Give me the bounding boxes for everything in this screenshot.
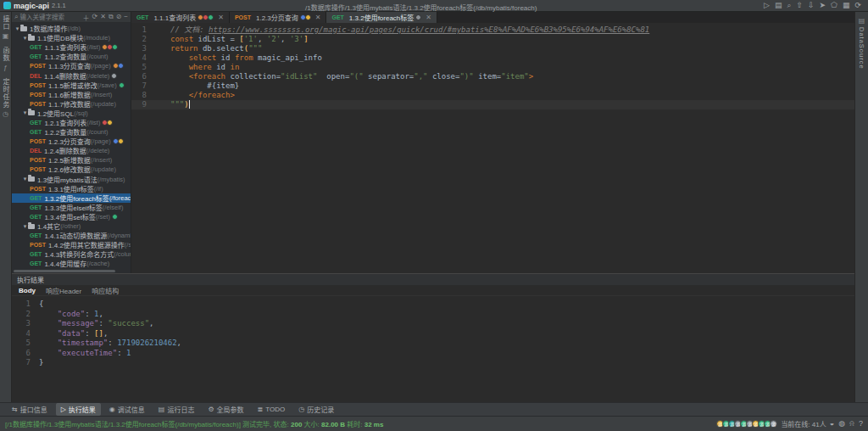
tree-api-row[interactable]: GET1.2.2查询数量(/count) <box>12 127 131 137</box>
status-bar: [/1数据库操作/1.3使用mybatis语法/1.3.2使用foreach标签… <box>0 416 868 431</box>
chevron-down-icon[interactable]: ▾ <box>22 176 28 182</box>
tree-api-row[interactable]: POST1.1.3分页查询(/page) <box>12 61 131 70</box>
result-tab-响应结构[interactable]: 响应结构 <box>92 286 119 295</box>
tree-api-row[interactable]: GET1.4.4使用缓存(/cache) <box>12 259 131 268</box>
tree-item-path: (/foreach) <box>109 194 131 202</box>
tree-item-path: (/save) <box>97 81 117 89</box>
tree-api-row[interactable]: POST1.2.3分页查询(/page) <box>12 137 131 146</box>
rail-item-function[interactable]: 函数ƒ <box>1 47 10 71</box>
tree-api-row[interactable]: GET1.2.1查询列表(/list) <box>12 118 131 127</box>
editor-tab[interactable]: POST1.2.3分页查询✕ <box>230 12 327 23</box>
line-number: 3 <box>131 44 147 53</box>
bottom-tab-history[interactable]: ◷历史记录 <box>293 403 339 416</box>
tree-api-row[interactable]: GET1.1.2查询数量(/count) <box>12 52 131 61</box>
refresh-icon[interactable]: ⟳ <box>854 2 861 9</box>
tree-folder-row[interactable]: ▾1.2使用SQL(/sql) <box>12 109 131 118</box>
chevron-down-icon[interactable]: ▾ <box>22 109 28 116</box>
tree-api-row[interactable]: GET1.1.1查询列表(/list) <box>12 42 131 52</box>
tree-item-path: (/column) <box>114 250 131 258</box>
result-tab-响应Header[interactable]: 响应Header <box>46 286 81 295</box>
result-json-viewer[interactable]: 1{2 "code": 1,3 "message": "success",4 "… <box>12 296 854 402</box>
tab-label: 1.2.3分页查询 <box>256 13 298 22</box>
feedback-icon[interactable]: ◒ <box>830 419 834 428</box>
bottom-tab-api-info[interactable]: ⇆接口信息 <box>7 403 53 416</box>
tree-horizontal-scrollbar[interactable] <box>14 270 115 272</box>
close-icon[interactable]: ✕ <box>315 14 321 21</box>
search-icon: ⌕ <box>14 13 18 21</box>
tree-api-row[interactable]: POST1.2.5新增数据(/insert) <box>12 155 131 165</box>
collapse-all-icon[interactable]: ✕ <box>100 13 106 22</box>
notifications-icon[interactable]: ⍾ <box>849 419 854 428</box>
sidebar-header: ⌕ ＋⟳✕⧉⊘− <box>12 12 131 23</box>
folder-icon <box>28 224 35 229</box>
cloud-upload-icon[interactable]: ⇧ <box>796 2 803 9</box>
timer-icon: ◷ <box>3 110 8 118</box>
push-icon[interactable]: ➤ <box>820 2 826 9</box>
user-badge <box>111 73 117 79</box>
tree-api-row[interactable]: POST1.1.7修改数据(/update) <box>12 99 131 109</box>
method-badge: GET <box>136 14 148 20</box>
token: """ <box>248 44 262 53</box>
token <box>39 349 58 357</box>
theme-icon[interactable]: ⬠ <box>831 2 837 9</box>
minimize-icon[interactable]: − <box>124 13 128 22</box>
lock-icon[interactable]: ⊘ <box>116 13 122 22</box>
bottom-tab-run-result[interactable]: ▷执行结果 <box>56 403 101 416</box>
tree-item-label: 1数据库操作 <box>30 24 67 33</box>
rail-item-api[interactable]: 接口▣ <box>1 15 10 40</box>
token: '1' <box>244 35 258 43</box>
bottom-tab-global-params[interactable]: ⚙全局参数 <box>203 403 248 416</box>
breadcrumb: /1数据库操作/1.3使用mybatis语法/1.3.2使用foreach标签(… <box>305 3 537 12</box>
tree-api-row[interactable]: POST1.2.6修改数据(/update) <box>12 165 131 174</box>
search-icon[interactable]: ⌕ <box>787 2 791 9</box>
tree-folder-row[interactable]: ▾1.1使用DB模块(/module) <box>12 33 131 42</box>
chevron-down-icon[interactable]: ▾ <box>14 25 20 32</box>
search-input[interactable] <box>19 14 81 21</box>
tree-api-row[interactable]: GET1.3.2使用foreach标签(/foreach) <box>12 193 131 203</box>
plugins-icon[interactable]: ▦ <box>843 2 850 9</box>
token: : <box>98 319 108 327</box>
refresh-tree-icon[interactable]: ⟳ <box>92 13 98 22</box>
line-number: 6 <box>12 349 31 359</box>
rail-item-label: 接口 <box>1 15 10 31</box>
close-icon[interactable]: ✕ <box>218 14 224 21</box>
tree-api-row[interactable]: GET1.4.3转换列名命名方式(/column) <box>12 249 131 259</box>
tree-api-row[interactable]: DEL1.2.4删除数据(/delete) <box>12 146 131 155</box>
token: "," <box>414 72 427 81</box>
tree-api-row[interactable]: GET1.3.4使用set标签(/set) <box>12 212 131 221</box>
tree-api-row[interactable]: POST1.1.5新增或修改(/save) <box>12 81 131 90</box>
editor-tab[interactable]: GET1.1.1查询列表✕ <box>131 12 230 23</box>
user-badge <box>119 82 125 88</box>
code-line: 6 <foreach collection="idList" open="(" … <box>131 72 854 81</box>
editing-user-badges <box>416 14 421 20</box>
tree-api-row[interactable]: DEL1.1.4删除数据(/delete) <box>12 70 131 80</box>
tree-folder-row[interactable]: ▾1.4其它(/other) <box>12 221 131 231</box>
help-icon[interactable]: ? <box>859 419 863 428</box>
github-icon[interactable]: ◍ <box>838 419 845 428</box>
tree-api-row[interactable]: POST1.1.6新增数据(/insert) <box>12 90 131 99</box>
save-icon[interactable]: ▤ <box>775 2 782 9</box>
cloud-download-icon[interactable]: ⇩ <box>808 2 815 9</box>
tree-folder-row[interactable]: ▾1.3使用mybatis语法(/mybatis) <box>12 175 131 184</box>
code-editor[interactable]: 1// 文档: https://www.ssssssss.org/magic-a… <box>131 23 854 273</box>
locate-icon[interactable]: ⧉ <box>108 13 114 22</box>
tree-api-row[interactable]: GET1.3.3使用elseif标签(/elseif) <box>12 203 131 212</box>
editor-tab[interactable]: GET1.3.2使用foreach标签✕ <box>326 12 437 23</box>
tree-folder-row[interactable]: ▾1数据库操作(/db) <box>12 24 131 33</box>
tree-api-row[interactable]: POST1.3.1使用if标签(/if) <box>12 184 131 193</box>
token <box>39 319 58 327</box>
bottom-tab-debug-info[interactable]: ◉调试信息 <box>104 403 150 416</box>
chevron-down-icon[interactable]: ▾ <box>22 35 28 42</box>
result-tab-Body[interactable]: Body <box>19 287 36 294</box>
rail-item-datasource[interactable]: DataSource <box>858 27 865 70</box>
tree-api-row[interactable]: POST1.4.2使用其它数据源操作(/switch) <box>12 240 131 249</box>
tree-api-row[interactable]: GET1.4.1动态切换数据源(/dynamic) <box>12 231 131 240</box>
close-icon[interactable]: ✕ <box>426 14 431 21</box>
chevron-down-icon[interactable]: ▾ <box>22 223 28 230</box>
rail-item-task[interactable]: 定时任务◷ <box>1 78 10 118</box>
bottom-tab-todo[interactable]: ≣TODO <box>253 404 291 415</box>
add-group-icon[interactable]: ＋ <box>83 13 90 22</box>
bottom-tab-run-log[interactable]: ▤运行日志 <box>153 403 200 416</box>
run-icon[interactable]: ▷ <box>764 2 770 9</box>
token: '2' <box>267 35 281 43</box>
